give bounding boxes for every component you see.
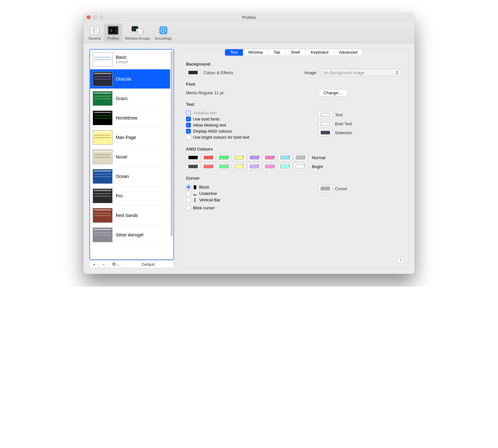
gear-icon: ⚙︎ <box>112 261 116 267</box>
ansi-label: Bright <box>312 164 323 169</box>
scrollbar[interactable] <box>171 51 173 258</box>
profile-item[interactable]: BasicDefault <box>90 50 170 69</box>
profile-item[interactable]: Man Page <box>90 128 170 147</box>
chevron-down-icon: ⌄ <box>117 262 120 266</box>
tab-keyboard[interactable]: Keyboard <box>306 49 334 56</box>
svg-rect-1 <box>93 27 94 33</box>
cursor-heading: Cursor <box>186 176 401 181</box>
switch-icon <box>88 25 101 36</box>
default-button[interactable]: Default <box>123 261 174 268</box>
profile-thumbnail <box>93 189 113 203</box>
add-button[interactable]: + <box>89 261 99 268</box>
font-heading: Font <box>186 82 401 87</box>
ansi-color-normal-0[interactable] <box>186 154 200 161</box>
profile-item[interactable]: Homebrew <box>90 108 170 128</box>
toolbar: General $ | Profiles $|$ | Window Groups… <box>83 22 415 43</box>
terminal-icon: $ | <box>107 25 120 36</box>
profile-name: Ocean <box>116 174 129 179</box>
change-font-button[interactable]: Change… <box>319 89 347 96</box>
preferences-window: Profiles General $ | Profiles $|$ | Wind… <box>83 13 415 274</box>
ansi-color-normal-5[interactable] <box>263 154 277 161</box>
profile-item[interactable]: Red Sands <box>90 206 170 225</box>
ansi-color-bright-3[interactable] <box>232 163 246 170</box>
color-well-bold-text[interactable] <box>318 120 332 127</box>
checkbox-blink-cursor[interactable]: Blink cursor <box>186 205 306 210</box>
profile-thumbnail <box>93 52 113 67</box>
svg-rect-0 <box>90 26 99 35</box>
titlebar: Profiles <box>83 13 415 22</box>
ansi-color-normal-1[interactable] <box>201 154 215 161</box>
checkbox-use-bright-colours-for-bold-text[interactable]: Use bright colours for bold text <box>186 135 306 140</box>
profile-name: Novel <box>116 154 127 159</box>
ansi-color-normal-4[interactable] <box>247 154 261 161</box>
ansi-color-bright-2[interactable] <box>217 163 231 170</box>
checkbox-label: Antialias text <box>193 111 217 115</box>
profile-item[interactable]: Silver Aerogel <box>90 225 170 245</box>
radio-label: Block <box>199 185 209 189</box>
toolbar-profiles[interactable]: $ | Profiles <box>104 24 122 42</box>
checkbox-icon <box>186 205 191 210</box>
cursor-color-well[interactable] <box>318 185 332 192</box>
remove-button[interactable]: − <box>99 261 109 268</box>
tab-tab[interactable]: Tab <box>268 49 286 56</box>
ansi-color-bright-4[interactable] <box>247 163 261 170</box>
checkbox-use-bold-fonts[interactable]: ✓Use bold fonts <box>186 117 306 121</box>
ansi-color-bright-6[interactable] <box>278 163 292 170</box>
profile-item[interactable]: Grass <box>90 89 170 108</box>
checkbox-icon: ✓ <box>186 117 191 121</box>
toolbar-encodings[interactable]: Encodings <box>152 24 174 42</box>
ansi-color-bright-1[interactable] <box>201 163 215 170</box>
checkbox-display-ansi-colours[interactable]: ✓Display ANSI colours <box>186 129 306 134</box>
cursor-shape-icon <box>193 185 197 189</box>
ansi-color-bright-0[interactable] <box>186 163 200 170</box>
profile-item[interactable]: Pro <box>90 186 170 206</box>
background-heading: Background <box>186 62 401 66</box>
cursor-shape-icon <box>193 192 197 195</box>
profile-name: Homebrew <box>116 115 137 120</box>
help-button[interactable]: ? <box>397 257 404 264</box>
checkbox-antialias-text: ✓Antialias text <box>186 111 306 115</box>
checkbox-label: Blink cursor <box>193 205 215 210</box>
background-image-popup[interactable]: No Background Image ▲▼ <box>320 69 401 76</box>
color-label: Bold Text <box>335 121 352 126</box>
profile-thumbnail <box>93 208 113 223</box>
ansi-color-normal-7[interactable] <box>293 154 307 161</box>
checkbox-icon: ✓ <box>186 111 191 115</box>
ansi-color-bright-7[interactable] <box>293 163 307 170</box>
action-menu[interactable]: ⚙︎ ⌄ <box>109 261 123 268</box>
content-area: BasicDefaultDraculaGrassHomebrewMan Page… <box>83 43 415 274</box>
radio-underline[interactable]: Underline <box>186 191 306 196</box>
ansi-color-normal-2[interactable] <box>217 154 231 161</box>
profile-list[interactable]: BasicDefaultDraculaGrassHomebrewMan Page… <box>89 49 174 260</box>
ansi-row-bright: Bright <box>186 163 401 170</box>
colour-effects-label: Colour & Effects <box>203 70 233 75</box>
checkbox-icon: ✓ <box>186 123 191 127</box>
toolbar-window-groups[interactable]: $|$ | Window Groups <box>122 24 152 42</box>
profile-thumbnail <box>93 72 113 86</box>
profile-item[interactable]: Dracula <box>90 69 170 89</box>
background-color-well[interactable] <box>186 69 200 76</box>
profile-item[interactable]: Ocean <box>90 167 170 186</box>
ansi-label: Normal <box>312 155 325 160</box>
profile-name: Man Page <box>116 135 136 140</box>
ansi-color-normal-6[interactable] <box>278 154 292 161</box>
profile-settings: TextWindowTabShellKeyboardAdvanced Backg… <box>179 49 409 268</box>
stepper-icon: ▲▼ <box>395 70 399 75</box>
tab-shell[interactable]: Shell <box>286 49 306 56</box>
radio-block[interactable]: Block <box>186 185 306 189</box>
toolbar-general[interactable]: General <box>85 24 104 42</box>
checkbox-allow-blinking-text[interactable]: ✓Allow blinking text <box>186 123 306 127</box>
tab-text[interactable]: Text <box>225 49 243 56</box>
radio-vertical-bar[interactable]: Vertical Bar <box>186 197 306 202</box>
profile-item[interactable]: Novel <box>90 147 170 167</box>
tab-advanced[interactable]: Advanced <box>334 49 362 56</box>
ansi-color-bright-5[interactable] <box>263 163 277 170</box>
tab-window[interactable]: Window <box>243 49 268 56</box>
color-well-selection[interactable] <box>318 129 332 136</box>
radio-icon <box>186 191 191 196</box>
profiles-sidebar: BasicDefaultDraculaGrassHomebrewMan Page… <box>89 49 174 268</box>
checkbox-label: Use bright colours for bold text <box>193 135 249 140</box>
ansi-color-normal-3[interactable] <box>232 154 246 161</box>
color-well-text[interactable] <box>318 111 332 118</box>
profile-thumbnail <box>93 150 113 164</box>
